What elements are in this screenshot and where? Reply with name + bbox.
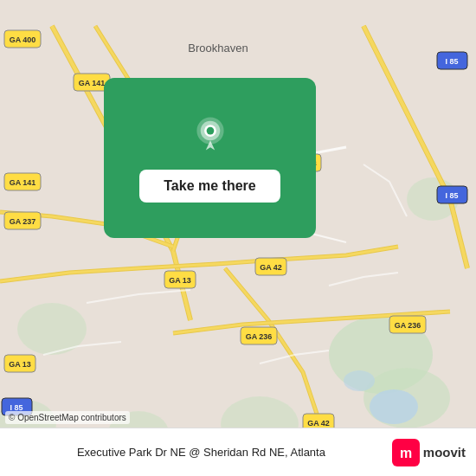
svg-text:m: m [400,446,412,460]
svg-text:GA 42: GA 42 [307,419,330,428]
svg-text:I 85: I 85 [445,191,458,200]
svg-text:GA 42: GA 42 [260,263,282,272]
svg-point-44 [206,126,214,134]
osm-attribution: © OpenStreetMap contributors [5,411,130,424]
svg-text:GA 141: GA 141 [79,79,106,87]
location-card: Take me there [104,78,316,238]
moovit-logo: m moovit [392,439,466,466]
map-container: GA 400 GA 141 GA 141 GA 237 GA 400 GA 13… [0,0,476,476]
bottom-bar: Executive Park Dr NE @ Sheridan Rd NE, A… [0,428,476,476]
take-me-there-button[interactable]: Take me there [139,170,280,203]
svg-text:GA 237: GA 237 [10,217,36,226]
svg-point-9 [344,370,375,391]
moovit-icon: m [392,439,420,466]
svg-text:GA 141: GA 141 [10,178,36,187]
svg-text:GA 400: GA 400 [10,35,36,44]
svg-text:GA 13: GA 13 [169,276,191,285]
moovit-text: moovit [423,445,466,460]
svg-text:I 85: I 85 [445,57,458,66]
map-background: GA 400 GA 141 GA 141 GA 237 GA 400 GA 13… [0,0,476,476]
svg-point-8 [370,389,418,424]
svg-text:Brookhaven: Brookhaven [188,42,248,55]
destination-label: Executive Park Dr NE @ Sheridan Rd NE, A… [10,446,392,459]
svg-text:GA 236: GA 236 [246,332,273,341]
svg-text:GA 13: GA 13 [9,360,31,369]
location-pin-icon [188,114,233,159]
svg-text:GA 236: GA 236 [395,321,421,330]
